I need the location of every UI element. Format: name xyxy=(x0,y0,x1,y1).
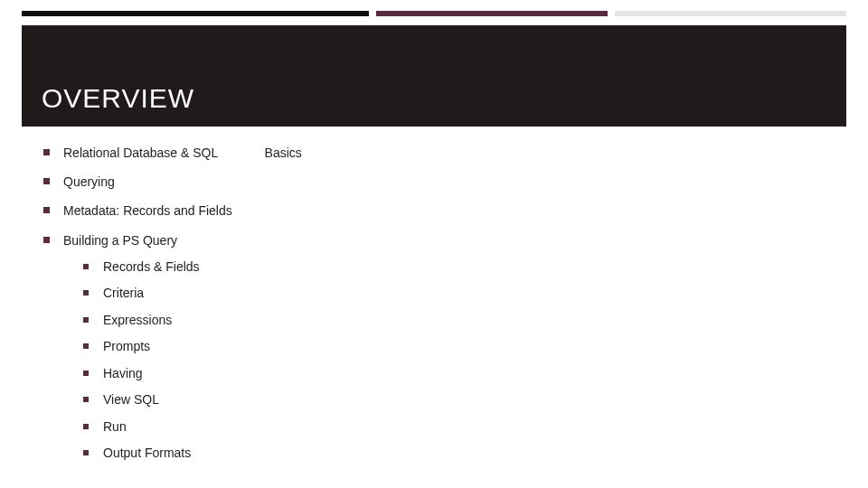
bullet-text: Prompts xyxy=(103,339,150,353)
bullet-list: Relational Database & SQL Basics Queryin… xyxy=(43,145,825,462)
list-item: Querying xyxy=(43,174,825,190)
list-item: Output Formats xyxy=(83,446,825,462)
list-item: Run xyxy=(83,419,825,436)
list-item: View SQL xyxy=(83,392,825,408)
bullet-text: Run xyxy=(103,419,127,434)
list-item: Criteria xyxy=(83,286,825,302)
bullet-text: Expressions xyxy=(103,313,172,327)
bullet-text: Building a PS Query xyxy=(63,233,177,248)
list-item: Relational Database & SQL Basics xyxy=(43,145,825,161)
list-item: Building a PS Query Records & Fields Cri… xyxy=(43,232,825,462)
bullet-text: Records & Fields xyxy=(103,259,200,274)
bullet-text: Metadata: Records and Fields xyxy=(63,203,232,218)
bullet-text: View SQL xyxy=(103,392,159,407)
list-item: Records & Fields xyxy=(83,259,825,276)
list-item: Having xyxy=(83,366,825,382)
bullet-text: Querying xyxy=(63,174,115,189)
accent-seg-wine xyxy=(376,11,608,16)
list-item: Expressions xyxy=(83,313,825,329)
bullet-text: Output Formats xyxy=(103,446,191,460)
list-item: Prompts xyxy=(83,339,825,355)
title-band: OVERVIEW xyxy=(22,25,846,127)
accent-seg-dark xyxy=(22,11,369,16)
accent-seg-light xyxy=(615,11,846,16)
bullet-extra: Basics xyxy=(265,145,302,161)
sub-bullet-list: Records & Fields Criteria Expressions Pr… xyxy=(83,259,825,462)
bullet-text: Criteria xyxy=(103,286,144,300)
content-area: Relational Database & SQL Basics Queryin… xyxy=(43,145,825,470)
bullet-text: Having xyxy=(103,366,143,380)
bullet-text: Relational Database & SQL xyxy=(63,145,218,160)
list-item: Metadata: Records and Fields xyxy=(43,202,825,219)
slide-title: OVERVIEW xyxy=(42,83,194,114)
accent-bar xyxy=(22,11,846,16)
